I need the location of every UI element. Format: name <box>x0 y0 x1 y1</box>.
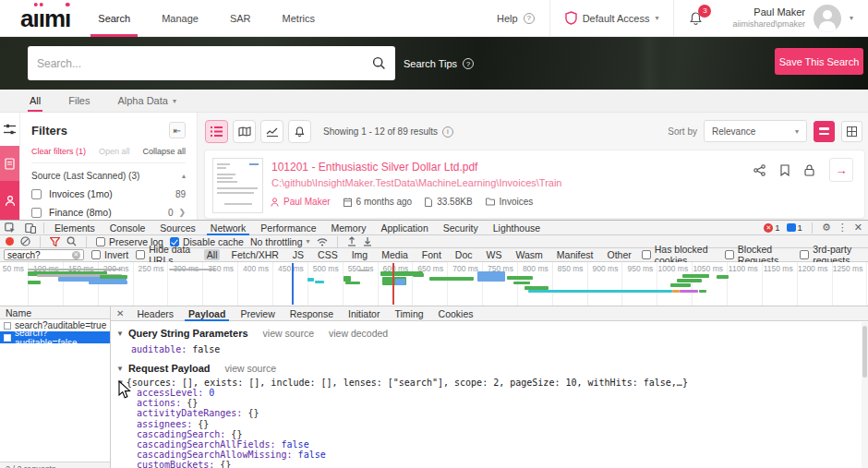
tab-alpha-data[interactable]: Alpha Data ▾ <box>115 95 177 112</box>
chip-css[interactable]: CSS <box>315 249 341 260</box>
search-tips[interactable]: Search Tips ? <box>404 58 474 69</box>
notifications-button[interactable]: 3 <box>674 0 717 37</box>
bookmark-icon[interactable] <box>780 164 790 176</box>
collapse-panel-button[interactable]: ⇤ <box>169 122 186 138</box>
payload-prop[interactable]: cascadingSearch: {} <box>137 429 868 439</box>
triangle-down-icon[interactable]: ▼ <box>116 365 124 373</box>
chip-ws[interactable]: WS <box>484 249 505 260</box>
rail-docs-button[interactable] <box>0 146 19 181</box>
brand-logo[interactable]: aıımı <box>20 0 70 37</box>
more-options-icon[interactable]: ⋮ <box>838 222 848 234</box>
payload-prop[interactable]: cascadingSearchAllFields: false <box>137 439 868 450</box>
details-tab-headers[interactable]: Headers <box>129 306 181 321</box>
devtools-tab-elements[interactable]: Elements <box>47 221 102 235</box>
search-icon[interactable] <box>372 56 386 70</box>
close-devtools-icon[interactable]: ✕ <box>854 222 862 234</box>
devtools-tab-sources[interactable]: Sources <box>152 221 203 235</box>
view-alerts-button[interactable] <box>288 120 311 143</box>
import-har-icon[interactable] <box>347 236 356 246</box>
view-chart-button[interactable] <box>260 120 283 143</box>
chip-other[interactable]: Other <box>605 249 634 260</box>
checkbox[interactable] <box>31 189 42 199</box>
payload-prop[interactable]: assignees: {} <box>137 419 868 429</box>
rail-people-button[interactable] <box>0 181 19 220</box>
nav-item-sar[interactable]: SAR <box>228 0 253 37</box>
open-all-link[interactable]: Open all <box>99 147 130 156</box>
devtools-tab-security[interactable]: Security <box>436 221 486 235</box>
filter-group-header[interactable]: Source (Last Scanned) (3) ▴ <box>31 171 186 181</box>
filter-funnel-icon[interactable] <box>50 237 60 246</box>
devtools-tab-application[interactable]: Application <box>373 221 435 235</box>
view-source-link[interactable]: view source <box>225 363 276 374</box>
search-input[interactable] <box>37 57 372 70</box>
rail-filter-button[interactable] <box>0 113 19 146</box>
payload-prop[interactable]: actions: {} <box>137 398 868 408</box>
layout-grid-button[interactable] <box>841 121 862 142</box>
result-owner[interactable]: Paul Maker <box>271 197 331 207</box>
chip-all[interactable]: All <box>204 249 221 260</box>
save-search-button[interactable]: Save This Search <box>775 48 863 75</box>
network-overview-timeline[interactable]: 50 ms100 ms150 ms200 ms250 ms300 ms350 m… <box>0 262 868 306</box>
invert-checkbox[interactable]: Invert <box>91 249 128 260</box>
inspect-element-icon[interactable] <box>0 222 20 234</box>
details-tab-response[interactable]: Response <box>283 306 341 321</box>
result-title-link[interactable]: 101201 - Enthusiastic Silver Dollar Ltd.… <box>271 161 477 174</box>
result-path[interactable]: C:\github\InsightMaker.TestData\MachineL… <box>271 177 561 188</box>
payload-prop[interactable]: accessLevel: 0 <box>137 388 868 398</box>
export-har-icon[interactable] <box>363 236 372 246</box>
details-scrollbar[interactable] <box>862 322 868 468</box>
view-map-button[interactable] <box>233 120 256 143</box>
network-filter-input[interactable] <box>7 250 72 260</box>
view-source-link[interactable]: view source <box>263 328 314 339</box>
devtools-tab-lighthouse[interactable]: Lighthouse <box>486 221 548 235</box>
payload-prop[interactable]: customBuckets: {} <box>137 460 868 468</box>
nav-item-search[interactable]: Search <box>96 0 132 37</box>
devtools-tab-memory[interactable]: Memory <box>323 221 373 235</box>
document-thumbnail[interactable] <box>212 158 263 213</box>
chip-font[interactable]: Font <box>419 249 444 260</box>
details-tab-initiator[interactable]: Initiator <box>341 306 387 321</box>
devtools-tab-network[interactable]: Network <box>203 221 254 235</box>
device-toolbar-icon[interactable] <box>20 222 41 234</box>
collapse-all-link[interactable]: Collapse all <box>142 147 186 156</box>
console-errors-badge[interactable]: ✕ 1 <box>764 222 779 233</box>
triangle-down-icon[interactable]: ▼ <box>116 330 124 338</box>
throttling-select[interactable]: No throttling ▾ <box>250 236 310 247</box>
lock-icon[interactable] <box>804 164 814 176</box>
access-selector[interactable]: Default Access ▾ <box>550 0 674 37</box>
open-result-button[interactable]: → <box>829 158 853 182</box>
details-tab-preview[interactable]: Preview <box>233 306 282 321</box>
sort-select[interactable]: Relevance ▾ <box>704 120 807 142</box>
chip-manifest[interactable]: Manifest <box>554 249 597 260</box>
clear-icon[interactable] <box>20 236 30 246</box>
chip-wasm[interactable]: Wasm <box>512 249 545 260</box>
chip-media[interactable]: Media <box>379 249 411 260</box>
chip-doc[interactable]: Doc <box>452 249 476 260</box>
network-conditions-icon[interactable] <box>317 237 328 246</box>
tab-all[interactable]: All <box>28 95 42 112</box>
settings-gear-icon[interactable]: ⚙ <box>822 222 831 234</box>
devtools-tab-performance[interactable]: Performance <box>253 221 323 235</box>
chip-fetch-xhr[interactable]: Fetch/XHR <box>228 249 281 260</box>
nav-item-manage[interactable]: Manage <box>160 0 200 37</box>
issues-badge[interactable]: 1 <box>787 222 802 233</box>
details-tab-payload[interactable]: Payload <box>181 306 233 321</box>
payload-root[interactable]: ▼ {sources: [], exists: [], include: [],… <box>118 378 868 388</box>
devtools-tab-console[interactable]: Console <box>102 221 153 235</box>
details-tab-timing[interactable]: Timing <box>387 306 430 321</box>
clear-filters-link[interactable]: Clear filters (1) <box>31 147 86 156</box>
help-button[interactable]: Help ? <box>482 0 549 37</box>
payload-prop[interactable]: activityDateRanges: {} <box>137 408 868 418</box>
chip-js[interactable]: JS <box>290 249 307 260</box>
user-menu[interactable]: Paul Maker aiimishared\pmaker ▾ <box>717 0 868 37</box>
requests-name-header[interactable]: Name <box>0 306 110 319</box>
view-decoded-link[interactable]: view decoded <box>329 328 388 339</box>
checkbox[interactable] <box>31 208 42 218</box>
chip-img[interactable]: Img <box>349 249 371 260</box>
layout-rows-button[interactable] <box>814 121 835 142</box>
tab-files[interactable]: Files <box>66 95 91 112</box>
request-row-selected[interactable]: search?auditable=false <box>0 331 110 343</box>
payload-prop[interactable]: cascadingSearchAllowMissing: false <box>137 450 868 460</box>
chevron-right-icon[interactable]: ❯ <box>178 208 186 217</box>
details-tab-cookies[interactable]: Cookies <box>431 306 481 321</box>
